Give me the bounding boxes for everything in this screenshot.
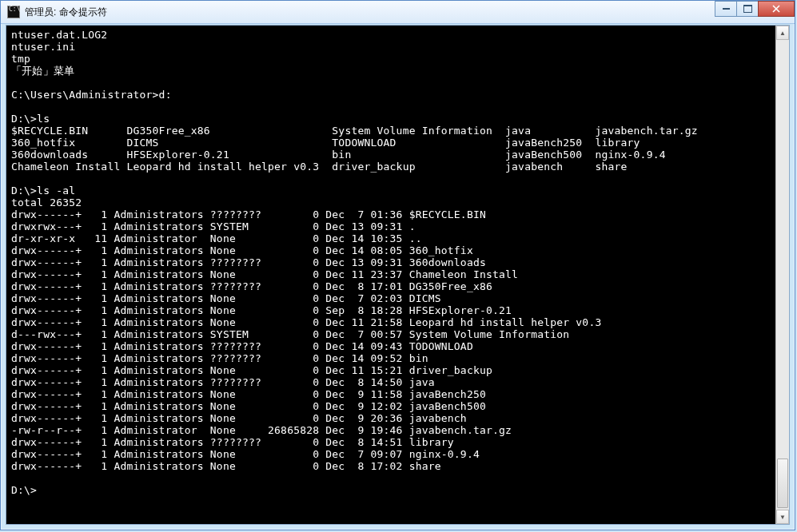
titlebar[interactable]: C:\ 管理员: 命令提示符 <box>1 1 795 24</box>
command-prompt-window: C:\ 管理员: 命令提示符 ntuser.dat.LOG2 ntuser.in… <box>0 0 795 530</box>
maximize-button[interactable] <box>736 1 759 17</box>
window-buttons <box>715 1 795 17</box>
close-button[interactable] <box>758 1 795 17</box>
terminal-viewport[interactable]: ntuser.dat.LOG2 ntuser.ini tmp 「开始」菜单 C:… <box>6 26 776 524</box>
terminal-output[interactable]: ntuser.dat.LOG2 ntuser.ini tmp 「开始」菜单 C:… <box>6 26 776 499</box>
vertical-scrollbar[interactable]: ▲ ▼ <box>775 26 789 524</box>
close-icon <box>772 5 780 13</box>
window-title: 管理员: 命令提示符 <box>25 6 107 19</box>
minimize-button[interactable] <box>715 1 737 17</box>
terminal-client-area: ntuser.dat.LOG2 ntuser.ini tmp 「开始」菜单 C:… <box>6 25 790 525</box>
scroll-down-button[interactable]: ▼ <box>776 510 789 524</box>
scroll-track[interactable] <box>776 40 789 510</box>
scroll-up-button[interactable]: ▲ <box>776 26 789 40</box>
cmd-icon: C:\ <box>7 6 20 18</box>
scroll-thumb[interactable] <box>777 459 788 508</box>
